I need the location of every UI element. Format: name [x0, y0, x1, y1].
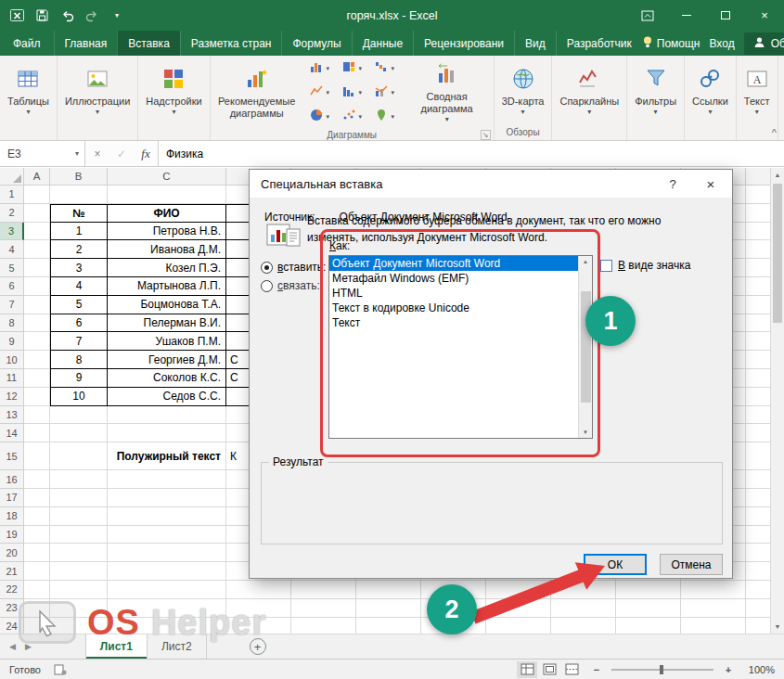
cell-B12[interactable]: 10 — [50, 388, 108, 406]
cell-J24[interactable] — [616, 618, 681, 634]
cell-B13[interactable] — [50, 406, 108, 425]
row-header-15[interactable]: 15 — [0, 442, 24, 470]
column-header-B[interactable]: B — [50, 168, 108, 186]
cell-A13[interactable] — [24, 406, 50, 425]
cell-I22[interactable] — [551, 581, 616, 599]
cell-B8[interactable]: 6 — [50, 314, 108, 333]
ribbon-button-symbols[interactable]: ΩСим▾ — [780, 57, 784, 126]
paste-as-listbox[interactable]: Объект Документ Microsoft WordМетафайл W… — [328, 255, 593, 439]
cell-B4[interactable]: 2 — [50, 240, 108, 259]
cell-B1[interactable] — [50, 186, 108, 204]
maximize-button[interactable] — [706, 0, 745, 31]
ribbon-button-addins[interactable]: Надстройки▾ — [140, 57, 207, 126]
cell-A7[interactable] — [24, 296, 50, 314]
cell-C6[interactable]: Мартынова Л.П. — [108, 277, 226, 296]
row-header-7[interactable]: 7 — [0, 296, 24, 314]
row-header-10[interactable]: 10 — [0, 351, 24, 369]
cell-A21[interactable] — [24, 562, 50, 581]
cell-H24[interactable] — [486, 618, 551, 634]
charts-dialog-launcher-icon[interactable]: ↘ — [481, 130, 491, 140]
undo-button[interactable] — [56, 5, 78, 27]
cell-B7[interactable]: 5 — [50, 296, 108, 314]
paste-as-option[interactable]: Метафайл Windows (EMF) — [329, 271, 578, 286]
ribbon-button-map-chart[interactable]: ▾ — [374, 108, 394, 126]
cell-C22[interactable] — [108, 581, 226, 599]
cell-C15[interactable]: Полужирный текст — [108, 442, 226, 470]
cell-D22[interactable] — [226, 581, 291, 599]
row-header-6[interactable]: 6 — [0, 277, 24, 296]
cell-B9[interactable]: 7 — [50, 332, 108, 351]
cell-B10[interactable]: 8 — [50, 351, 108, 369]
cell-B19[interactable] — [50, 526, 108, 544]
ribbon-button-histogram[interactable]: ▾ — [341, 83, 362, 102]
cell-C8[interactable]: Пелерман В.И. — [108, 314, 226, 333]
page-break-view-icon[interactable] — [561, 661, 582, 678]
cell-A9[interactable] — [24, 332, 50, 351]
previous-sheet-icon[interactable]: ◀ — [9, 642, 16, 651]
cell-A20[interactable] — [24, 544, 50, 562]
cell-B15[interactable] — [50, 442, 108, 470]
select-all-button[interactable] — [0, 168, 24, 186]
cell-B6[interactable]: 4 — [50, 277, 108, 296]
sign-in-button[interactable]: Вход — [710, 37, 735, 50]
cell-A3[interactable] — [24, 223, 50, 241]
ok-button[interactable]: ОК — [584, 554, 647, 575]
row-header-2[interactable]: 2 — [0, 204, 24, 223]
cell-A2[interactable] — [24, 204, 50, 223]
row-header-21[interactable]: 21 — [0, 562, 24, 581]
paste-radio[interactable]: вставить: — [261, 261, 326, 274]
ribbon-button-waterfall[interactable]: ▾ — [374, 59, 394, 78]
cell-B18[interactable] — [50, 507, 108, 526]
cell-H22[interactable] — [486, 581, 551, 599]
cell-A5[interactable] — [24, 259, 50, 277]
scroll-down-icon[interactable]: ▼ — [583, 429, 588, 435]
ribbon-button-column-chart[interactable]: ▾ — [309, 59, 329, 78]
cell-F23[interactable] — [356, 599, 421, 618]
ribbon-button-scatter-chart[interactable]: ▾ — [341, 108, 362, 126]
cell-C21[interactable] — [108, 562, 226, 581]
cell-B20[interactable] — [50, 544, 108, 562]
share-button[interactable]: Общий доступ — [744, 32, 784, 55]
row-header-19[interactable]: 19 — [0, 526, 24, 544]
scroll-up-icon[interactable]: ▲ — [771, 168, 784, 182]
cell-C13[interactable] — [108, 406, 226, 425]
cell-C3[interactable]: Петрова Н.В. — [108, 223, 226, 241]
cell-B11[interactable]: 9 — [50, 369, 108, 388]
ribbon-button-line-chart[interactable]: ▾ — [309, 83, 329, 102]
cell-E24[interactable] — [291, 618, 356, 634]
normal-view-icon[interactable] — [517, 661, 537, 678]
ribbon-button-tables[interactable]: Таблицы▾ — [2, 57, 55, 126]
ribbon-button-links[interactable]: Ссылки▾ — [687, 57, 734, 126]
cell-F22[interactable] — [356, 581, 421, 599]
cell-K22[interactable] — [681, 581, 746, 599]
row-header-20[interactable]: 20 — [0, 544, 24, 562]
cell-H23[interactable] — [486, 599, 551, 618]
scroll-up-icon[interactable]: ▲ — [583, 259, 588, 264]
cell-A14[interactable] — [24, 424, 50, 442]
row-header-22[interactable]: 22 — [0, 581, 24, 599]
vertical-scroll-thumb[interactable] — [773, 184, 782, 323]
cell-C9[interactable]: Ушаков П.М. — [108, 332, 226, 351]
collapse-ribbon-icon[interactable]: ^ — [772, 127, 777, 138]
ribbon-button-text[interactable]: АТекст▾ — [739, 57, 776, 126]
cell-C14[interactable] — [108, 424, 226, 442]
dialog-titlebar[interactable]: Специальная вставка ? × — [250, 170, 732, 198]
cell-F24[interactable] — [356, 618, 421, 634]
name-box[interactable]: E3 ▾ — [0, 141, 85, 166]
dialog-help-button[interactable]: ? — [656, 177, 689, 191]
qat-customize-button[interactable]: ▾ — [106, 5, 128, 27]
row-header-4[interactable]: 4 — [0, 240, 24, 259]
cell-A12[interactable] — [24, 388, 50, 406]
cell-B16[interactable] — [50, 470, 108, 489]
cell-A4[interactable] — [24, 240, 50, 259]
cell-E23[interactable] — [291, 599, 356, 618]
cell-E22[interactable] — [291, 581, 356, 599]
row-header-13[interactable]: 13 — [0, 406, 24, 425]
cell-C1[interactable] — [108, 186, 226, 204]
zoom-slider[interactable] — [611, 669, 713, 671]
tab-insert[interactable]: Вставка — [117, 31, 180, 56]
ribbon-button-filters[interactable]: Фильтры▾ — [629, 57, 682, 126]
ribbon-button-illustrations[interactable]: Иллюстрации▾ — [59, 57, 135, 126]
cell-A18[interactable] — [24, 507, 50, 526]
display-as-icon-checkbox[interactable]: В виде значка — [600, 259, 690, 272]
